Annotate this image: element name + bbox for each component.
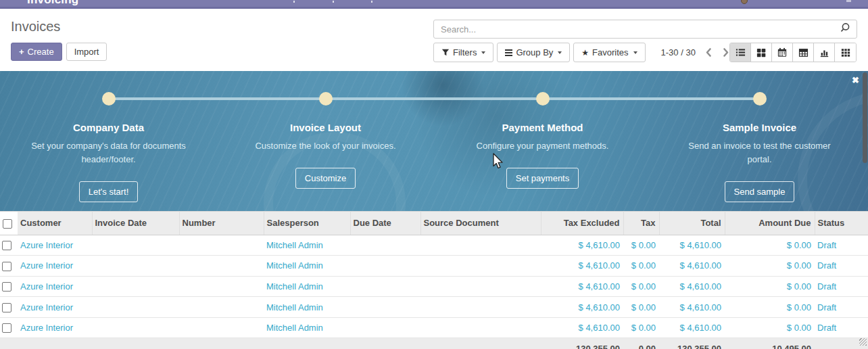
select-all-checkbox[interactable] — [3, 219, 12, 229]
row-checkbox[interactable] — [2, 303, 11, 312]
cell-total[interactable]: $ 4,610.00 — [659, 297, 725, 318]
cell-total[interactable]: $ 4,610.00 — [659, 276, 725, 297]
column-header-salesperson[interactable]: Salesperson — [264, 212, 350, 235]
invoice-row[interactable]: Azure Interior Mitchell Admin $ 4,610.00… — [0, 297, 868, 318]
column-header-source-document[interactable]: Source Document — [420, 212, 541, 235]
cell-invoice-date[interactable] — [92, 235, 179, 256]
pager-next-button[interactable] — [722, 47, 729, 57]
cell-invoice-date[interactable] — [92, 276, 179, 297]
invoice-row[interactable]: Azure Interior Mitchell Admin $ 4,610.00… — [0, 276, 868, 297]
cell-due-date[interactable] — [350, 235, 420, 256]
cell-invoice-date[interactable] — [92, 297, 179, 318]
cell-source-document[interactable] — [420, 235, 541, 256]
search-bar[interactable] — [433, 20, 857, 39]
activity-view-button[interactable] — [835, 43, 856, 62]
vertical-scrollbar[interactable] — [863, 72, 867, 163]
cell-amount-due[interactable]: $ 0.00 — [725, 297, 815, 318]
cell-customer[interactable]: Azure Interior — [18, 256, 92, 277]
row-checkbox[interactable] — [2, 262, 11, 271]
calendar-view-button[interactable] — [772, 43, 793, 62]
cell-tax-excluded[interactable]: $ 4,610.00 — [541, 317, 623, 338]
pager-previous-button[interactable] — [705, 47, 713, 57]
search-input[interactable] — [434, 24, 840, 34]
cell-tax[interactable]: $ 0.00 — [623, 317, 659, 338]
cell-total[interactable]: $ 4,610.00 — [659, 256, 725, 277]
cell-tax-excluded[interactable]: $ 4,610.00 — [541, 297, 623, 318]
column-header-status[interactable]: Status — [815, 212, 868, 235]
cell-customer[interactable]: Azure Interior — [18, 235, 92, 256]
cell-tax-excluded[interactable]: $ 4,610.00 — [541, 276, 623, 297]
cell-source-document[interactable] — [420, 297, 541, 318]
column-header-amount-due[interactable]: Amount Due — [725, 212, 815, 235]
cell-tax[interactable]: $ 0.00 — [623, 256, 659, 277]
invoice-row[interactable]: Azure Interior Mitchell Admin $ 4,610.00… — [0, 317, 868, 338]
cell-tax-excluded[interactable]: $ 4,610.00 — [541, 235, 623, 256]
user-menu-caret-icon[interactable] — [846, 0, 851, 2]
group-by-button[interactable]: Group By — [497, 43, 570, 62]
cell-amount-due[interactable]: $ 0.00 — [725, 235, 815, 256]
import-button[interactable]: Import — [66, 43, 107, 61]
cell-amount-due[interactable]: $ 0.00 — [725, 276, 815, 297]
row-checkbox[interactable] — [2, 241, 11, 250]
cell-number[interactable] — [179, 235, 264, 256]
column-header-invoice-date[interactable]: Invoice Date — [92, 212, 179, 235]
cell-source-document[interactable] — [420, 276, 541, 297]
cell-invoice-date[interactable] — [92, 256, 179, 277]
app-name[interactable]: Invoicing — [27, 0, 78, 7]
cell-due-date[interactable] — [350, 276, 420, 297]
cell-status[interactable]: Draft — [815, 235, 868, 256]
cell-salesperson[interactable]: Mitchell Admin — [264, 256, 350, 277]
cell-due-date[interactable] — [350, 297, 420, 318]
pivot-view-button[interactable] — [793, 43, 814, 62]
row-checkbox[interactable] — [2, 323, 11, 333]
invoice-row[interactable]: Azure Interior Mitchell Admin $ 4,610.00… — [0, 256, 868, 277]
column-header-tax-excluded[interactable]: Tax Excluded — [541, 212, 623, 235]
column-header-tax[interactable]: Tax — [623, 212, 659, 235]
cell-due-date[interactable] — [350, 317, 420, 338]
cell-status[interactable]: Draft — [815, 317, 868, 338]
lets-start-button[interactable]: Let's start! — [79, 181, 139, 202]
cell-status[interactable]: Draft — [815, 276, 868, 297]
cell-salesperson[interactable]: Mitchell Admin — [264, 297, 350, 318]
cell-customer[interactable]: Azure Interior — [18, 297, 92, 318]
cell-number[interactable] — [179, 297, 264, 318]
cell-status[interactable]: Draft — [815, 297, 868, 318]
send-sample-button[interactable]: Send sample — [725, 181, 795, 202]
filters-button[interactable]: Filters — [433, 43, 493, 62]
cell-invoice-date[interactable] — [92, 317, 179, 338]
column-header-total[interactable]: Total — [659, 212, 725, 235]
cell-source-document[interactable] — [420, 256, 541, 277]
cell-salesperson[interactable]: Mitchell Admin — [264, 317, 350, 338]
column-header-due-date[interactable]: Due Date — [350, 212, 420, 235]
graph-view-button[interactable] — [814, 43, 835, 62]
cell-customer[interactable]: Azure Interior — [18, 276, 92, 297]
cell-number[interactable] — [179, 276, 264, 297]
cell-source-document[interactable] — [420, 317, 541, 338]
invoice-row[interactable]: Azure Interior Mitchell Admin $ 4,610.00… — [0, 235, 868, 256]
column-header-customer[interactable]: Customer — [18, 212, 92, 235]
create-button[interactable]: + Create — [11, 43, 62, 61]
kanban-view-button[interactable] — [751, 43, 772, 62]
cell-tax[interactable]: $ 0.00 — [623, 235, 659, 256]
cell-salesperson[interactable]: Mitchell Admin — [264, 276, 350, 297]
favorites-button[interactable]: ★ Favorites — [573, 43, 645, 62]
cell-due-date[interactable] — [350, 256, 420, 277]
cell-status[interactable]: Draft — [815, 256, 868, 277]
user-avatar[interactable] — [741, 0, 748, 4]
cell-customer[interactable]: Azure Interior — [18, 317, 92, 338]
cell-tax-excluded[interactable]: $ 4,610.00 — [541, 256, 623, 277]
cell-amount-due[interactable]: $ 0.00 — [725, 256, 815, 277]
row-checkbox[interactable] — [2, 282, 11, 292]
cell-tax[interactable]: $ 0.00 — [623, 276, 659, 297]
set-payments-button[interactable]: Set payments — [506, 168, 579, 189]
cell-number[interactable] — [179, 317, 264, 338]
cell-total[interactable]: $ 4,610.00 — [659, 317, 725, 338]
cell-total[interactable]: $ 4,610.00 — [659, 235, 725, 256]
list-view-button[interactable] — [730, 43, 751, 62]
search-icon[interactable] — [840, 22, 850, 36]
customize-button[interactable]: Customize — [295, 168, 356, 189]
cell-salesperson[interactable]: Mitchell Admin — [264, 235, 350, 256]
column-header-number[interactable]: Number — [179, 212, 264, 235]
cell-amount-due[interactable]: $ 0.00 — [725, 317, 815, 338]
cell-tax[interactable]: $ 0.00 — [623, 297, 659, 318]
